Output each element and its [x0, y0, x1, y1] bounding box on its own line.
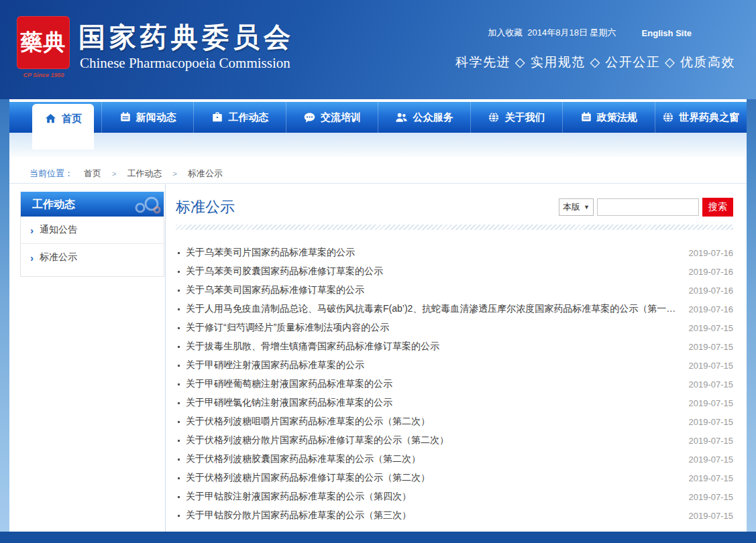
- chat-icon: [303, 111, 316, 124]
- nav-tab-policy[interactable]: 政策法规: [562, 102, 654, 133]
- main-nav: 首页 新闻动态 工作动态 交流培训 公众服务 关于我们: [9, 102, 747, 133]
- main-header: 标准公示 本版 ▼ 搜索: [176, 196, 733, 219]
- bullet-icon: [178, 383, 180, 385]
- announcement-link[interactable]: 关于修订“归芍调经片”质量标准制法项内容的公示: [186, 322, 389, 334]
- site-slogan: 科学先进 ◇ 实用规范 ◇ 公开公正 ◇ 优质高效: [455, 54, 735, 71]
- content-area: 工作动态 › 通知公告 › 标准公示 标准公示: [9, 184, 747, 543]
- add-favorite-link[interactable]: 加入收藏: [488, 27, 523, 39]
- header-topline: 加入收藏 2014年8月18日 星期六 English Site: [488, 27, 692, 39]
- nav-tab-work[interactable]: 工作动态: [193, 102, 285, 133]
- nav-tab-label: 交流培训: [321, 111, 361, 124]
- arrow-right-icon: ›: [30, 225, 34, 235]
- bullet-icon: [178, 402, 180, 404]
- sidebar-title: 工作动态: [21, 192, 164, 217]
- list-item: 关于伏格列波糖分散片国家药品标准修订草案的公示（第二次）2019-07-15: [176, 431, 733, 450]
- nav-tab-training[interactable]: 交流培训: [286, 102, 378, 133]
- list-item: 关于乌苯美司国家药品标准修订草案的公示2019-07-16: [176, 281, 733, 300]
- nav-tab-label: 世界药典之窗: [679, 111, 739, 124]
- announcement-date: 2019-07-15: [685, 398, 734, 408]
- announcement-date: 2019-07-15: [685, 455, 734, 465]
- list-item: 关于乌苯美司片国家药品标准草案的公示2019-07-16: [176, 243, 733, 262]
- english-site-link[interactable]: English Site: [642, 28, 692, 38]
- breadcrumb: 当前位置： 首页 > 工作动态 > 标准公示: [9, 164, 747, 184]
- announcement-link[interactable]: 关于伏格列波糖咀嚼片国家药品标准草案的公示（第二次）: [186, 416, 430, 428]
- bullet-icon: [178, 365, 180, 367]
- announcement-link[interactable]: 关于甲硝唑注射液国家药品标准草案的公示: [186, 359, 364, 371]
- nav-tab-label: 工作动态: [228, 111, 268, 124]
- sidebar-item-notices[interactable]: › 通知公告: [21, 217, 164, 244]
- home-icon: [44, 113, 57, 125]
- hatched-divider: [176, 225, 733, 230]
- bullet-icon: [178, 440, 180, 442]
- announcement-link[interactable]: 关于伏格列波糖胶囊国家药品标准草案的公示（第二次）: [186, 453, 421, 465]
- announcement-date: 2019-07-15: [685, 511, 734, 521]
- announcement-date: 2019-07-16: [685, 267, 734, 277]
- nav-tab-label: 首页: [62, 113, 82, 125]
- announcement-link[interactable]: 关于人用马免疫血清制品总论、马破伤风抗毒素F(ab’)2、抗蛇毒血清渗透压摩尔浓…: [186, 303, 685, 315]
- nav-tab-label: 新闻动态: [136, 111, 176, 124]
- seal-caption: CP Since 1950: [13, 72, 74, 78]
- announcement-link[interactable]: 关于甲钴胺注射液国家药品标准草案的公示（第四次）: [186, 491, 411, 503]
- nav-tab-news[interactable]: 新闻动态: [101, 102, 193, 133]
- nav-tab-public-service[interactable]: 公众服务: [378, 102, 470, 133]
- list-item: 关于甲硝唑氯化钠注射液国家药品标准草案的公示2019-07-15: [176, 394, 733, 412]
- nav-tab-home[interactable]: 首页: [32, 104, 94, 149]
- breadcrumb-current: 标准公示: [188, 168, 223, 180]
- announcement-link[interactable]: 关于伏格列波糖分散片国家药品标准修订草案的公示（第二次）: [186, 434, 449, 446]
- search-bar: 本版 ▼ 搜索: [559, 198, 733, 217]
- sidebar-item-label: 通知公告: [40, 224, 77, 236]
- current-date: 2014年8月18日 星期六: [527, 27, 616, 39]
- announcement-link[interactable]: 关于甲硝唑葡萄糖注射液国家药品标准草案的公示: [186, 378, 392, 390]
- nav-subband: [9, 133, 747, 157]
- announcement-date: 2019-07-16: [685, 286, 734, 296]
- announcement-link[interactable]: 关于甲钴胺分散片国家药品标准草案的公示（第三次）: [186, 509, 411, 522]
- search-button[interactable]: 搜索: [702, 198, 733, 217]
- bullet-icon: [178, 459, 180, 461]
- announcement-link[interactable]: 关于伏格列波糖片国家药品标准修订草案的公示（第二次）: [186, 472, 430, 484]
- list-item: 关于人用马免疫血清制品总论、马破伤风抗毒素F(ab’)2、抗蛇毒血清渗透压摩尔浓…: [176, 300, 733, 318]
- nav-tab-world-pharmacopoeia[interactable]: 世界药典之窗: [655, 102, 747, 133]
- announcement-link[interactable]: 关于拔毒生肌散、骨增生镇痛膏国家药品标准修订草案的公示: [186, 341, 439, 353]
- seal-text: 藥典: [21, 27, 66, 58]
- search-input[interactable]: [597, 198, 699, 216]
- news-icon: [119, 111, 131, 123]
- announcement-date: 2019-07-15: [685, 492, 734, 502]
- list-item: 关于拔毒生肌散、骨增生镇痛膏国家药品标准修订草案的公示2019-07-15: [176, 337, 733, 356]
- footer-band: [0, 532, 756, 543]
- calendar-icon: [580, 111, 592, 123]
- announcement-date: 2019-07-15: [685, 436, 734, 446]
- edition-select[interactable]: 本版 ▼: [559, 198, 594, 216]
- nav-tab-about[interactable]: 关于我们: [470, 102, 562, 133]
- announcement-link[interactable]: 关于乌苯美司胶囊国家药品标准修订草案的公示: [186, 265, 383, 278]
- list-item: 关于伏格列波糖胶囊国家药品标准草案的公示（第二次）2019-07-15: [176, 450, 733, 469]
- site-header: 藥典 CP Since 1950 国家药典委员会 Chinese Pharmac…: [0, 0, 756, 99]
- bullet-icon: [178, 421, 180, 423]
- list-item: 关于乌苯美司胶囊国家药品标准修订草案的公示2019-07-16: [176, 262, 733, 281]
- people-icon: [395, 111, 408, 124]
- globe-icon: [488, 111, 500, 123]
- breadcrumb-home[interactable]: 首页: [84, 168, 101, 180]
- announcement-link[interactable]: 关于乌苯美司国家药品标准修订草案的公示: [186, 284, 364, 296]
- announcement-link[interactable]: 关于乌苯美司片国家药品标准草案的公示: [186, 247, 355, 259]
- bullet-icon: [178, 515, 180, 517]
- breadcrumb-separator: >: [172, 170, 176, 178]
- cloud-ornament-icon: [130, 194, 161, 215]
- list-item: 关于甲钴胺分散片国家药品标准草案的公示（第三次）2019-07-15: [176, 506, 733, 525]
- announcement-list: 关于乌苯美司片国家药品标准草案的公示2019-07-16 关于乌苯美司胶囊国家药…: [176, 243, 733, 525]
- list-item: 关于伏格列波糖咀嚼片国家药品标准草案的公示（第二次）2019-07-15: [176, 412, 733, 431]
- announcement-link[interactable]: 关于甲硝唑氯化钠注射液国家药品标准草案的公示: [186, 397, 392, 409]
- site-title: 国家药典委员会: [78, 19, 294, 56]
- breadcrumb-work[interactable]: 工作动态: [127, 168, 162, 180]
- announcement-date: 2019-07-15: [685, 342, 734, 352]
- sidebar-item-label: 标准公示: [40, 251, 77, 263]
- page-title: 标准公示: [176, 197, 235, 217]
- announcement-date: 2019-07-16: [685, 304, 734, 314]
- briefcase-icon: [211, 111, 223, 123]
- nav-tab-label: 政策法规: [597, 111, 637, 124]
- sidebar-item-standard-announcements[interactable]: › 标准公示: [21, 244, 164, 271]
- breadcrumb-separator: >: [112, 170, 116, 178]
- bullet-icon: [178, 477, 180, 479]
- main-panel: 标准公示 本版 ▼ 搜索 关于乌苯美司片国家药品标准草案的公示2019-07-1…: [166, 184, 747, 543]
- page: 藥典 CP Since 1950 国家药典委员会 Chinese Pharmac…: [0, 0, 756, 543]
- list-item: 关于甲硝唑注射液国家药品标准草案的公示2019-07-15: [176, 356, 733, 375]
